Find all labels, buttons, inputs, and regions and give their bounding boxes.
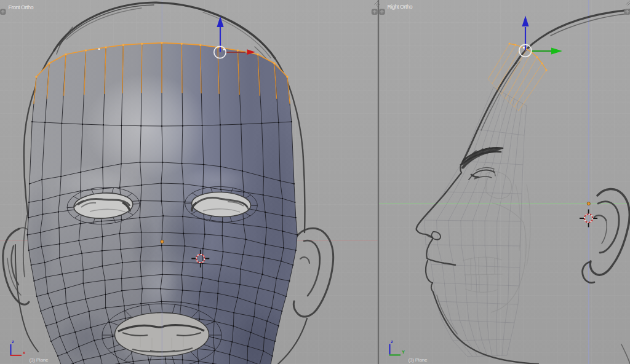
svg-text:(3) Plane: (3) Plane	[409, 357, 428, 363]
svg-text:Front Ortho: Front Ortho	[9, 4, 34, 10]
svg-text:(3) Plane: (3) Plane	[30, 357, 49, 363]
svg-text:Right Ortho: Right Ortho	[388, 4, 413, 10]
svg-text:z: z	[391, 339, 393, 344]
svg-text:z: z	[12, 339, 14, 344]
svg-text:Y: Y	[402, 349, 405, 355]
